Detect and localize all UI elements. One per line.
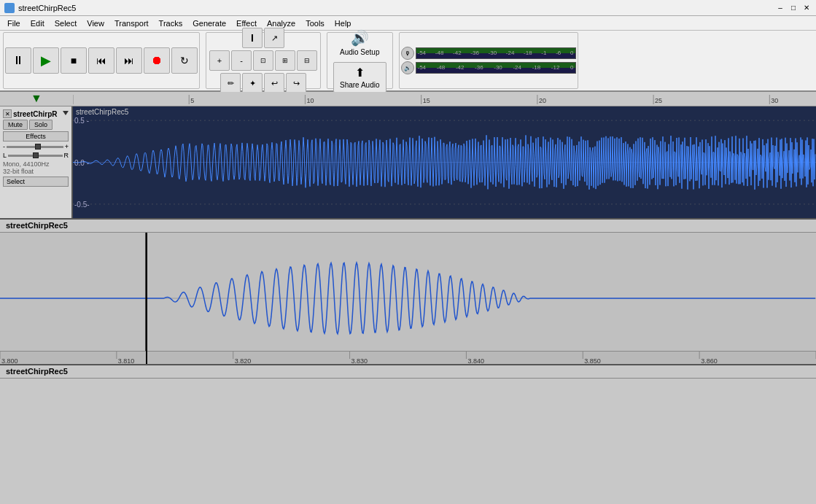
track1-name: streetChirpR xyxy=(13,110,61,118)
menu-help[interactable]: Help xyxy=(330,18,356,29)
track2-body[interactable]: PCM xyxy=(0,233,816,364)
play-button[interactable]: ▶ xyxy=(33,47,59,74)
skip-forward-button[interactable]: ⏭ xyxy=(116,47,142,74)
pcm-waveform-canvas[interactable] xyxy=(0,233,816,364)
pause-button[interactable]: ⏸ xyxy=(5,47,31,74)
track1-close-button[interactable]: ✕ xyxy=(3,109,12,118)
playback-meter-knob[interactable]: 🔊 xyxy=(401,61,414,74)
track1-waveform-label: streetChirpRec5 xyxy=(76,108,128,116)
share-audio-button[interactable]: ⬆ Share Audio xyxy=(333,62,386,93)
zoom-fit-button[interactable]: ⊡ xyxy=(253,50,273,71)
gain-thumb[interactable] xyxy=(35,144,41,150)
pan-right-label: R xyxy=(64,152,69,159)
track1-waveform[interactable]: streetChirpRec5 xyxy=(73,106,816,218)
gain-minus-label: - xyxy=(3,143,5,150)
zoom-out-button[interactable]: - xyxy=(231,50,252,71)
select-button[interactable]: Select xyxy=(3,177,69,187)
transport-row: ⏸ ▶ ■ ⏮ ⏭ ⏺ ↻ xyxy=(5,47,198,74)
track3-header: streetChirpRec5 xyxy=(0,365,816,379)
title-bar: streetChirpRec5 – □ ✕ xyxy=(0,0,816,16)
pan-row: L R xyxy=(3,152,69,159)
minimize-button[interactable]: – xyxy=(775,3,785,13)
menu-generate[interactable]: Generate xyxy=(188,18,230,29)
waveform-canvas[interactable] xyxy=(73,106,816,218)
timeline-ruler: ▼ xyxy=(0,92,816,106)
audio-setup-section: 🔊 Audio Setup ⬆ Share Audio xyxy=(327,32,393,89)
solo-button[interactable]: Solo xyxy=(29,120,53,130)
track1-dropdown[interactable] xyxy=(63,111,69,117)
meter-scale-top: -54-48-42-36-30-24-18-1-60 xyxy=(416,50,575,56)
gain-plus-label: + xyxy=(65,143,69,150)
undo-button[interactable]: ↩ xyxy=(264,73,284,93)
trim-tool-button[interactable]: ✦ xyxy=(242,73,263,93)
playback-meter-bar: -54-48-42-36-30-24-18-120 xyxy=(416,62,576,74)
zoom-sel-button[interactable]: ⊟ xyxy=(297,50,317,71)
pan-slider[interactable] xyxy=(8,155,62,157)
menu-view[interactable]: View xyxy=(82,18,109,29)
share-audio-label: Share Audio xyxy=(340,81,380,89)
draw-tool-button[interactable]: ✏ xyxy=(220,73,241,93)
zoom-in-button[interactable]: + xyxy=(209,50,230,71)
menu-edit[interactable]: Edit xyxy=(26,18,49,29)
transport-section: ⏸ ▶ ■ ⏮ ⏭ ⏺ ↻ xyxy=(3,32,200,89)
pcm-playhead xyxy=(146,233,147,364)
record-meter-row: 🎙 -54-48-42-36-30-24-18-1-60 xyxy=(401,47,576,60)
track2-container: streetChirpRec5 PCM xyxy=(0,220,816,365)
skip-back-button[interactable]: ⏮ xyxy=(88,47,114,74)
maximize-button[interactable]: □ xyxy=(788,3,798,13)
zoom-width-button[interactable]: ⊞ xyxy=(275,50,295,71)
track3-container: streetChirpRec5 log(PCM) xyxy=(0,365,816,379)
menu-tools[interactable]: Tools xyxy=(301,18,329,29)
menu-file[interactable]: File xyxy=(3,18,25,29)
menu-bar: File Edit Select View Transport Tracks G… xyxy=(0,16,816,31)
tools-row-3: ✏ ✦ ↩ ↪ xyxy=(220,73,306,93)
meter-scale-bottom: -54-48-42-36-30-24-18-120 xyxy=(416,64,575,71)
audio-setup-label: Audio Setup xyxy=(340,48,380,56)
playback-meter-row: 🔊 -54-48-42-36-30-24-18-120 xyxy=(401,61,576,74)
ruler-left-pad: ▼ xyxy=(0,92,73,105)
redo-button[interactable]: ↪ xyxy=(286,73,306,93)
record-meter-bar: -54-48-42-36-30-24-18-1-60 xyxy=(416,47,576,59)
track1-controls: ✕ streetChirpR Mute Solo Effects - + L R… xyxy=(0,106,73,218)
tools-row-2: + - ⊡ ⊞ ⊟ xyxy=(209,50,317,71)
gain-slider[interactable] xyxy=(7,146,63,148)
menu-tracks[interactable]: Tracks xyxy=(155,18,187,29)
track1-container: ✕ streetChirpR Mute Solo Effects - + L R… xyxy=(0,106,816,220)
audio-setup-button[interactable]: 🔊 Audio Setup xyxy=(340,29,380,56)
menu-transport[interactable]: Transport xyxy=(110,18,153,29)
track2-ruler xyxy=(0,351,816,364)
timeline-ruler-canvas[interactable] xyxy=(73,92,816,106)
window-title: streetChirpRec5 xyxy=(18,4,775,12)
track2-header: streetChirpRec5 xyxy=(0,220,816,233)
pan-left-label: L xyxy=(3,152,7,159)
stop-button[interactable]: ■ xyxy=(61,47,87,74)
edit-tools-section: I ↗ + - ⊡ ⊞ ⊟ ✏ ✦ ↩ ↪ xyxy=(206,32,321,89)
tools-row-1: I ↗ xyxy=(242,28,284,48)
gain-row: - + xyxy=(3,143,69,150)
effects-button[interactable]: Effects xyxy=(3,131,69,141)
meter-section: 🎙 -54-48-42-36-30-24-18-1-60 🔊 -54-48-42… xyxy=(399,32,578,89)
track1-info: Mono, 44100Hz32-bit float xyxy=(3,160,69,175)
toolbar: ⏸ ▶ ■ ⏮ ⏭ ⏺ ↻ I ↗ + - ⊡ ⊞ ⊟ ✏ ✦ ↩ ↪ xyxy=(0,31,816,92)
mute-solo-row: Mute Solo xyxy=(3,120,69,130)
timeline-marker-icon: ▼ xyxy=(31,92,42,105)
loop-button[interactable]: ↻ xyxy=(171,47,198,74)
envelope-tool-button[interactable]: ↗ xyxy=(264,28,284,48)
track2-ruler-canvas xyxy=(0,352,816,365)
close-button[interactable]: ✕ xyxy=(801,3,812,13)
track1-header-row: ✕ streetChirpR xyxy=(3,109,69,118)
app-icon xyxy=(4,3,15,13)
select-tool-button[interactable]: I xyxy=(242,28,263,48)
pan-thumb[interactable] xyxy=(33,152,39,158)
record-meter-knob[interactable]: 🎙 xyxy=(401,47,414,60)
window-controls: – □ ✕ xyxy=(775,3,812,13)
menu-select[interactable]: Select xyxy=(50,18,82,29)
mute-button[interactable]: Mute xyxy=(3,120,28,130)
record-button[interactable]: ⏺ xyxy=(144,47,170,74)
